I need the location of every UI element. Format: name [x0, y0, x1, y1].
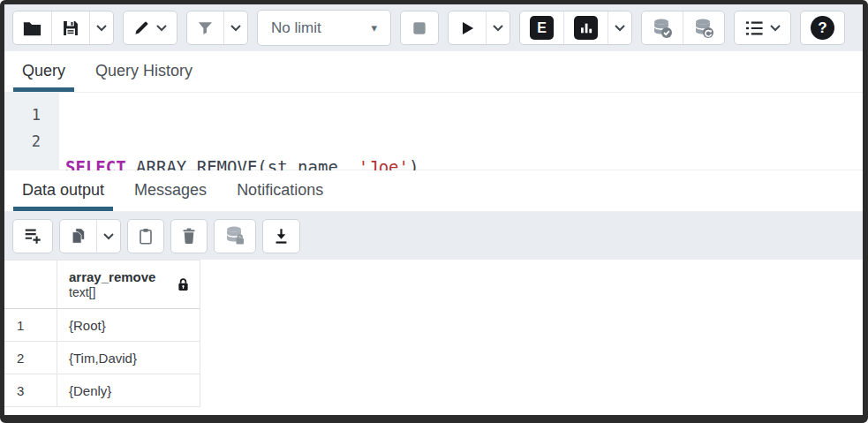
copy-menu-button[interactable] [96, 220, 120, 253]
column-header-text: array_remove text[] [69, 269, 155, 300]
cell-value[interactable]: {Denly} [57, 374, 200, 407]
row-number-header[interactable] [4, 261, 57, 309]
explain-button[interactable]: E [520, 11, 563, 44]
sql-editor: 1 2 SELECT ARRAY_REMOVE(st_name, 'Joe') … [4, 93, 863, 170]
save-data-group [214, 219, 256, 253]
pencil-icon [133, 19, 150, 36]
line-number: 1 [4, 102, 41, 128]
explain-analyze-button[interactable] [563, 11, 608, 44]
explain-icon: E [530, 16, 554, 40]
tab-data-output[interactable]: Data output [13, 170, 113, 211]
execute-button[interactable] [449, 11, 486, 44]
tab-messages[interactable]: Messages [125, 170, 215, 211]
database-lock-icon [224, 225, 245, 246]
cell-value[interactable]: {Root} [57, 309, 200, 342]
filter-button[interactable] [187, 11, 223, 44]
delete-row-button[interactable] [171, 220, 207, 253]
filter-icon [197, 19, 214, 36]
filter-menu-button[interactable] [223, 11, 247, 44]
bar-chart-icon [574, 16, 598, 40]
chevron-down-icon [615, 24, 625, 32]
edit-button-group [123, 11, 177, 45]
line-number: 2 [4, 128, 41, 155]
rollback-button[interactable] [683, 11, 724, 44]
chevron-down-icon [770, 24, 781, 32]
add-row-group [12, 219, 53, 253]
download-group [262, 219, 300, 253]
copy-group [59, 219, 121, 253]
tab-query[interactable]: Query [13, 51, 74, 92]
chevron-down-icon [493, 24, 503, 32]
chevron-down-icon [103, 232, 114, 240]
filter-button-group [186, 11, 248, 45]
line-number-gutter: 1 2 [4, 93, 59, 170]
save-icon [62, 19, 79, 37]
query-tool-window: No limit ▾ E [0, 0, 868, 423]
chevron-down-icon [230, 24, 241, 32]
file-button-group [12, 11, 114, 45]
open-file-button[interactable] [13, 11, 51, 44]
download-button[interactable] [263, 220, 299, 253]
stop-button[interactable] [401, 11, 438, 44]
stop-button-group [400, 11, 439, 45]
database-check-icon [652, 18, 673, 39]
editor-tabbar: Query Query History [4, 51, 863, 93]
transaction-button-group [641, 11, 725, 45]
stop-icon [411, 19, 428, 37]
paste-group [127, 219, 164, 253]
save-button[interactable] [51, 11, 89, 44]
add-row-button[interactable] [13, 220, 52, 253]
help-button[interactable]: ? [801, 11, 844, 44]
row-limit-value: No limit [271, 19, 321, 37]
copy-icon [70, 227, 87, 245]
data-output-toolbar [4, 212, 863, 260]
chevron-down-icon [156, 24, 167, 32]
explain-button-group: E [519, 11, 632, 45]
lock-icon [177, 277, 190, 292]
explain-analyze-menu-button[interactable] [608, 11, 631, 44]
trash-icon [181, 227, 197, 245]
output-tabbar: Data output Messages Notifications [4, 170, 863, 212]
table-row: 2 {Tim,David} [4, 342, 200, 374]
help-icon: ? [811, 16, 834, 40]
row-number[interactable]: 1 [4, 309, 57, 342]
folder-icon [23, 20, 42, 36]
macros-menu-button[interactable] [735, 11, 790, 44]
play-icon [458, 19, 476, 37]
database-rollback-icon [693, 18, 714, 39]
chevron-down-icon [96, 24, 107, 32]
row-limit-select[interactable]: No limit ▾ [257, 10, 391, 46]
table-row: 1 {Root} [4, 309, 200, 342]
query-toolbar: No limit ▾ E [4, 4, 863, 51]
add-row-icon [23, 226, 42, 245]
table-row: 3 {Denly} [4, 374, 200, 407]
save-data-button[interactable] [215, 220, 255, 253]
results-grid: array_remove text[] 1 {Root} 2 {Tim,Davi… [4, 260, 200, 407]
execute-button-group [448, 11, 510, 45]
column-header-array-remove[interactable]: array_remove text[] [57, 261, 200, 309]
copy-button[interactable] [60, 220, 96, 253]
data-output-panel: array_remove text[] 1 {Root} 2 {Tim,Davi… [4, 260, 863, 415]
tab-query-history[interactable]: Query History [87, 51, 201, 92]
edit-menu-button[interactable] [124, 11, 177, 44]
row-number[interactable]: 3 [4, 374, 57, 407]
commit-button[interactable] [642, 11, 683, 44]
save-menu-button[interactable] [89, 11, 113, 44]
help-button-group: ? [800, 11, 845, 45]
macros-button-group [734, 11, 791, 45]
download-icon [273, 227, 290, 245]
delete-group [170, 219, 208, 253]
column-name: array_remove [69, 269, 155, 285]
sql-code-area[interactable]: SELECT ARRAY_REMOVE(st_name, 'Joe') FROM… [59, 93, 863, 170]
paste-icon [138, 227, 154, 245]
row-number[interactable]: 2 [4, 342, 57, 374]
cell-value[interactable]: {Tim,David} [57, 342, 200, 374]
execute-menu-button[interactable] [486, 11, 509, 44]
ordered-list-icon [744, 19, 764, 37]
column-type: text[] [69, 285, 155, 300]
caret-down-icon: ▾ [371, 21, 377, 34]
paste-button[interactable] [128, 220, 163, 253]
tab-notifications[interactable]: Notifications [228, 170, 332, 211]
grid-header-row: array_remove text[] [4, 261, 200, 309]
